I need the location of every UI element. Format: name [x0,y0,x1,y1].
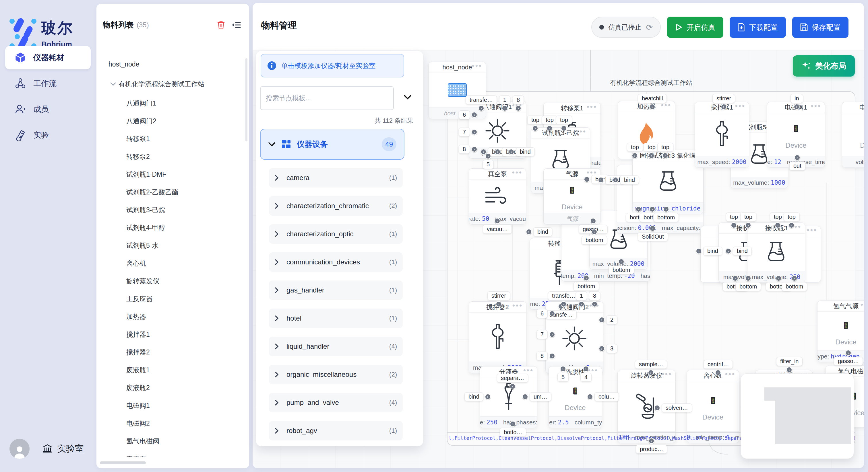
tree-horizontal-scrollbar[interactable] [100,461,146,464]
port-pill[interactable]: filter_in› [776,357,803,366]
port-pill[interactable]: um…› [530,392,551,401]
collapse-panel-icon[interactable] [232,21,242,29]
port-handle-icon[interactable]: › [775,222,781,228]
port-pill[interactable]: top› [556,115,572,125]
port-pill[interactable]: bottom› [609,266,634,274]
port-handle-icon[interactable]: › [471,129,477,135]
port-handle-icon[interactable]: › [502,105,508,111]
port-pill[interactable]: 8› [513,96,524,104]
port-handle-icon[interactable]: › [632,153,638,159]
port-handle-icon[interactable]: › [485,153,491,159]
port-handle-icon[interactable]: › [731,222,737,228]
port-pill[interactable]: out› [789,162,805,170]
port-handle-icon[interactable]: › [618,259,624,265]
tree-item[interactable]: host_node [108,61,139,68]
port-pill[interactable]: in› [790,94,803,103]
sidebar-item-workflow[interactable]: 工作流 [5,72,91,95]
port-handle-icon[interactable]: › [532,125,538,131]
port-handle-icon[interactable]: › [696,248,702,254]
tree-item[interactable]: 试剂瓶2-乙酸乙酯 [126,188,178,197]
port-pill[interactable]: top› [740,212,756,222]
port-pill[interactable]: bottom› [574,282,599,291]
port-pill[interactable]: solven…› [662,403,692,412]
canvas-node[interactable]: 洗脱柱•••Devicediameter: 2.5column_type: si [549,366,602,428]
port-handle-icon[interactable]: › [599,345,605,351]
port-handle-icon[interactable]: › [494,218,500,224]
port-pill[interactable]: bind› [620,175,639,184]
port-handle-icon[interactable]: › [583,366,589,372]
refresh-icon[interactable]: ⟳ [646,23,653,32]
node-menu-icon[interactable]: ••• [725,370,735,378]
port-handle-icon[interactable]: › [591,229,597,235]
tree-item[interactable]: 电磁阀1 [126,401,150,410]
port-pill[interactable]: top› [784,212,800,222]
port-handle-icon[interactable]: › [485,394,491,400]
port-handle-icon[interactable]: › [649,104,655,110]
port-handle-icon[interactable]: › [648,438,654,444]
port-handle-icon[interactable]: › [732,275,738,281]
port-pill[interactable]: bottom› [653,213,679,222]
port-pill[interactable]: stirrer› [712,94,735,103]
port-pill[interactable]: 3› [606,344,617,353]
port-pill[interactable]: 4› [580,373,592,382]
port-handle-icon[interactable]: › [648,153,654,159]
port-pill[interactable]: 7› [536,330,548,339]
sidebar-item-cube[interactable]: 仪器耗材 [5,46,91,69]
port-handle-icon[interactable]: › [845,350,851,356]
port-handle-icon[interactable]: › [725,248,732,254]
port-handle-icon[interactable]: › [583,275,589,281]
canvas-node[interactable]: 搅拌器2•••max_speed: 2000 [469,301,526,373]
port-handle-icon[interactable]: › [794,155,800,161]
port-handle-icon[interactable]: › [509,383,516,390]
port-pill[interactable]: vacuu…› [483,225,512,234]
tree-item[interactable]: 氢气电磁阀 [126,437,159,446]
tree-item[interactable]: 搅拌器2 [126,348,150,357]
port-pill[interactable]: colu…› [594,392,619,401]
category-organic_miscellaneous[interactable]: organic_miscellaneous(2) [269,365,403,384]
category-camera[interactable]: camera(1) [269,168,403,188]
port-handle-icon[interactable]: › [471,146,477,152]
node-menu-icon[interactable]: ••• [513,301,523,310]
tree-item[interactable]: 八通阀门1 [126,99,156,108]
canvas-node[interactable]: 电磁阀2•••Devicevoltage: 12 [842,102,864,168]
sidebar-item-experiment[interactable]: 实验 [5,123,91,147]
beautify-layout-button[interactable]: 美化布局 [793,55,855,76]
port-pill[interactable]: sample…› [635,360,667,369]
port-pill[interactable]: 6› [459,110,470,119]
port-handle-icon[interactable]: › [471,112,477,118]
lab-entry[interactable]: 实验室 [42,443,84,455]
canvas-node[interactable]: 搅拌器1•••max_speed: 2000 [694,102,749,168]
port-pill[interactable]: top› [541,115,558,125]
category-characterization_chromatic[interactable]: characterization_chromatic(2) [269,196,403,216]
tree-item[interactable]: 真空泵 [126,454,146,457]
tree-item[interactable]: 转移泵1 [126,134,150,143]
port-pill[interactable]: 5› [483,160,494,169]
port-pill[interactable]: 8› [589,291,600,300]
port-handle-icon[interactable]: › [745,222,751,228]
port-pill[interactable]: transfe…› [466,96,497,104]
node-menu-icon[interactable]: ••• [807,226,817,235]
port-pill[interactable]: separa…› [497,374,528,382]
port-pill[interactable]: centrif…› [704,360,733,369]
canvas-node[interactable]: host_node•••host_no... [429,62,486,119]
port-pill[interactable]: top› [657,143,673,152]
canvas-node[interactable]: 固体试剂瓶3-氯化镁•••agent: magnesium_chlorideph… [632,150,703,214]
port-handle-icon[interactable]: › [663,206,669,212]
node-menu-icon[interactable]: ••• [576,127,586,136]
port-pill[interactable]: gasso…› [834,357,863,366]
port-handle-icon[interactable]: › [508,149,515,155]
port-pill[interactable]: bind› [533,227,552,236]
port-handle-icon[interactable]: › [590,218,596,224]
category-gas_handler[interactable]: gas_handler(1) [269,280,403,300]
tree-item[interactable]: 离心机 [126,259,146,268]
port-handle-icon[interactable]: › [547,125,553,131]
port-handle-icon[interactable]: › [561,125,567,131]
search-input[interactable] [260,86,394,110]
category-robot_agv[interactable]: robot_agv(1) [269,421,403,440]
port-handle-icon[interactable]: › [522,394,528,400]
node-menu-icon[interactable]: ••• [811,102,821,110]
port-pill[interactable]: botto…› [500,428,526,437]
tree-vertical-scrollbar[interactable] [245,58,247,141]
download-config-button[interactable]: 下载配置 [730,16,786,38]
port-pill[interactable]: bottom› [782,282,807,291]
